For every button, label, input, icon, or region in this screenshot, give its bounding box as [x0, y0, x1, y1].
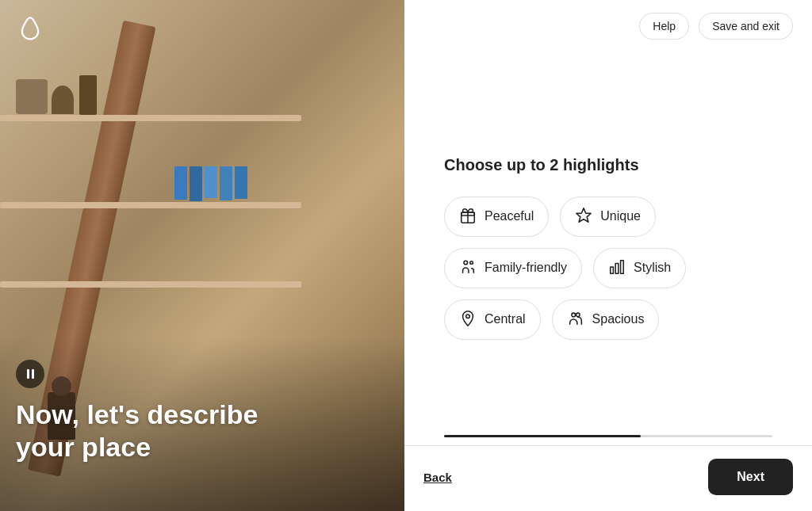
- chip-peaceful-label: Peaceful: [485, 209, 534, 223]
- top-bar: Help Save and exit: [404, 0, 812, 52]
- chip-central-label: Central: [485, 312, 526, 326]
- right-panel: Help Save and exit Choose up to 2 highli…: [404, 0, 812, 511]
- pause-button[interactable]: [16, 360, 44, 388]
- back-button[interactable]: Back: [423, 464, 452, 490]
- progress-track: [444, 435, 772, 437]
- chip-family-friendly[interactable]: Family-friendly: [444, 248, 582, 288]
- svg-point-4: [464, 261, 468, 265]
- peaceful-icon: [459, 207, 477, 227]
- chip-unique-label: Unique: [600, 209, 641, 223]
- bottom-bar: Back Next: [404, 445, 812, 511]
- svg-point-5: [470, 261, 473, 264]
- svg-rect-9: [621, 260, 624, 273]
- progress-fill: [444, 435, 641, 437]
- save-exit-button[interactable]: Save and exit: [699, 13, 793, 40]
- pause-icon: [27, 369, 34, 379]
- shelf-2: [0, 202, 301, 208]
- shelf-3: [0, 281, 301, 288]
- heading-line1: Now, let's describe: [16, 399, 258, 429]
- highlights-row-1: Peaceful Unique: [444, 196, 772, 237]
- chip-spacious-label: Spacious: [592, 312, 645, 326]
- stylish-icon: [608, 258, 626, 278]
- highlights-grid: Peaceful Unique: [444, 196, 772, 340]
- svg-point-10: [466, 314, 470, 318]
- chip-central[interactable]: Central: [444, 299, 541, 340]
- highlights-row-3: Central Spacious: [444, 299, 772, 340]
- airbnb-logo: [16, 16, 44, 44]
- unique-icon: [575, 207, 592, 227]
- svg-marker-3: [576, 208, 591, 221]
- left-panel: Now, let's describe your place: [0, 0, 404, 511]
- left-text: Now, let's describe your place: [16, 399, 389, 463]
- family-icon: [459, 258, 477, 278]
- svg-point-12: [576, 313, 580, 317]
- help-button[interactable]: Help: [639, 13, 689, 40]
- progress-area: [404, 435, 812, 437]
- chip-stylish[interactable]: Stylish: [593, 248, 686, 288]
- chip-stylish-label: Stylish: [634, 261, 671, 275]
- content-area: Choose up to 2 highlights: [404, 52, 812, 435]
- spacious-icon: [567, 310, 584, 330]
- shelf-1: [0, 115, 301, 121]
- heading-line2: your place: [16, 432, 151, 462]
- central-icon: [459, 310, 477, 330]
- svg-rect-7: [611, 267, 614, 273]
- chip-unique[interactable]: Unique: [560, 196, 656, 237]
- svg-point-11: [572, 313, 576, 317]
- chip-peaceful[interactable]: Peaceful: [444, 196, 549, 237]
- chip-spacious[interactable]: Spacious: [552, 299, 660, 340]
- next-button[interactable]: Next: [708, 459, 793, 495]
- highlights-row-2: Family-friendly Stylish: [444, 248, 772, 288]
- section-title: Choose up to 2 highlights: [444, 156, 772, 174]
- svg-rect-8: [615, 263, 619, 273]
- chip-family-label: Family-friendly: [485, 261, 567, 275]
